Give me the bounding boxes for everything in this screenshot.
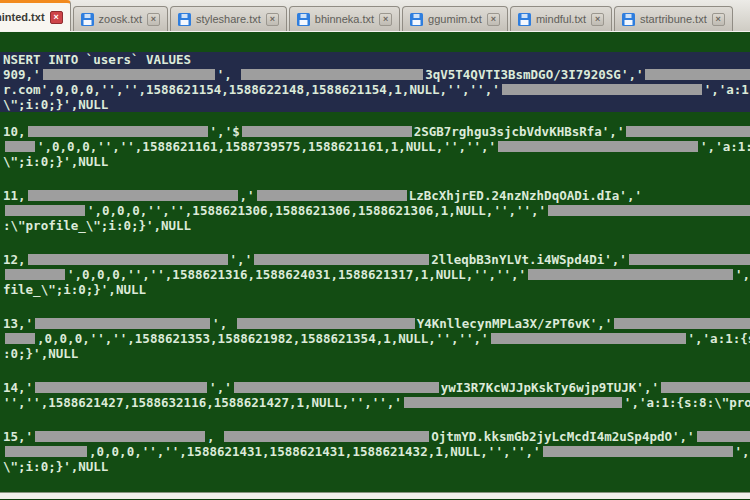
code-text: ',' bbox=[735, 267, 750, 282]
code-text: ', bbox=[212, 316, 235, 331]
sql-record: 12,','2lleqbB3nYLVt.i4WSpd4Di','',0,0,0,… bbox=[3, 252, 750, 297]
code-line: 14,'','ywI3R7KcWJJpKskTy6wjp9TUJK',' bbox=[3, 380, 750, 395]
code-text: ','a:1:{s:8: bbox=[688, 331, 750, 346]
code-text: ', bbox=[217, 67, 240, 82]
code-text: 13,' bbox=[3, 316, 33, 331]
redaction-box bbox=[661, 382, 750, 393]
code-text: ','a:1:{ bbox=[704, 82, 750, 97]
code-text: 15,' bbox=[3, 429, 33, 444]
code-line: 10,','$2SGB7rghgu3sjcbVdvKHBsRfa',' bbox=[3, 124, 750, 139]
code-line: '','',1588621427,1588632116,1588621427,1… bbox=[3, 395, 750, 410]
redaction-box bbox=[28, 254, 228, 265]
code-line: 12,','2lleqbB3nYLVt.i4WSpd4Di',' bbox=[3, 252, 750, 267]
code-text: ','a:1:{s:8:\"profile_\";i: bbox=[624, 395, 750, 410]
redaction-box bbox=[257, 190, 407, 201]
tab-label: styleshare.txt bbox=[196, 13, 261, 25]
code-line: r.com',0,0,0,'','',1588621154,1588622148… bbox=[3, 82, 750, 97]
redaction-box bbox=[645, 69, 750, 80]
code-text: 2lleqbB3nYLVt.i4WSpd4Di',' bbox=[431, 252, 627, 267]
code-line: ',0,0,0,'','',1588621161,1588739575,1588… bbox=[3, 139, 750, 154]
code-text: ,' bbox=[240, 188, 255, 203]
editor-area[interactable]: NSERT INTO `users` VALUES909,'', 3qV5T4Q… bbox=[0, 32, 750, 492]
redaction-box bbox=[502, 84, 702, 95]
redaction-box bbox=[242, 126, 412, 137]
redaction-box bbox=[528, 269, 733, 280]
tab-label: mindful.txt bbox=[536, 13, 586, 25]
redaction-box bbox=[626, 126, 750, 137]
sql-record: 15,', OjtmYD.kksmGb2jyLcMcdI4m2uSp4pdO',… bbox=[3, 429, 750, 474]
code-text: ','$ bbox=[210, 124, 240, 139]
code-line: file_\";i:0;}',NULL bbox=[3, 282, 750, 297]
tab-bar: minted.txt×zoosk.txt×styleshare.txt×bhin… bbox=[0, 0, 750, 32]
code-line: 13,'', Y4KnllecynMPLa3X/zPT6vK',' bbox=[3, 316, 750, 331]
tab-close-icon[interactable]: × bbox=[379, 13, 392, 26]
code-line: ,0,0,0,'','',1588621353,1588621982,15886… bbox=[3, 331, 750, 346]
code-text: 3qV5T4QVTI3BsmDGO/3I7920SG',' bbox=[425, 67, 643, 82]
code-text: LzBcXhjrED.24nzNzhDqOADi.dIa',' bbox=[409, 188, 642, 203]
code-text: ',0,0,0,'','',1588621316,1588624031,1588… bbox=[67, 267, 526, 282]
tab-close-icon[interactable]: × bbox=[266, 13, 279, 26]
floppy-disk-icon bbox=[81, 13, 94, 26]
tab-close-icon[interactable]: × bbox=[591, 13, 604, 26]
tab-ggumim-txt[interactable]: ggumim.txt× bbox=[402, 6, 508, 31]
tab-label: zoosk.txt bbox=[99, 13, 142, 25]
tab-bhinneka-txt[interactable]: bhinneka.txt× bbox=[289, 6, 400, 31]
tab-close-icon[interactable]: × bbox=[147, 13, 160, 26]
tab-label: ggumim.txt bbox=[428, 13, 482, 25]
redaction-box bbox=[234, 382, 439, 393]
tab-startribune-txt[interactable]: startribune.txt× bbox=[614, 6, 733, 31]
redaction-box bbox=[491, 333, 686, 344]
code-text: OjtmYD.kksmGb2jyLcMcdI4m2uSp4pdO',' bbox=[431, 429, 694, 444]
code-text: 10, bbox=[3, 124, 26, 139]
code-text: 12, bbox=[3, 252, 26, 267]
tab-close-icon[interactable]: × bbox=[50, 11, 63, 24]
floppy-disk-icon bbox=[518, 13, 531, 26]
tab-minted-txt[interactable]: minted.txt× bbox=[0, 0, 71, 31]
code-text: , bbox=[207, 429, 222, 444]
redaction-box bbox=[697, 431, 750, 442]
code-text: 2SGB7rghgu3sjcbVdvKHBsRfa',' bbox=[414, 124, 625, 139]
code-line: ',0,0,0,'','',1588621306,1588621306,1588… bbox=[3, 203, 750, 218]
code-text: ,0,0,0,'','',1588621353,1588621982,15886… bbox=[37, 331, 489, 346]
redaction-box bbox=[5, 141, 35, 152]
code-line: 15,', OjtmYD.kksmGb2jyLcMcdI4m2uSp4pdO',… bbox=[3, 429, 750, 444]
floppy-disk-icon bbox=[297, 13, 310, 26]
code-line: ,0,0,0,'','',1588621431,1588621431,15886… bbox=[3, 444, 750, 459]
code-text: ',0,0,0,'','',1588621161,1588739575,1588… bbox=[37, 139, 496, 154]
code-text: file_\";i:0;}',NULL bbox=[3, 282, 146, 297]
code-text: ',' bbox=[209, 380, 232, 395]
code-text: ',0,0,0,'','',1588621306,1588621306,1588… bbox=[87, 203, 546, 218]
tab-zoosk-txt[interactable]: zoosk.txt× bbox=[73, 6, 168, 31]
code-line: 11,,'LzBcXhjrED.24nzNzhDqOADi.dIa',' bbox=[3, 188, 750, 203]
code-text: ',' bbox=[230, 252, 253, 267]
tab-label: bhinneka.txt bbox=[315, 13, 374, 25]
sql-record: NSERT INTO `users` VALUES909,'', 3qV5T4Q… bbox=[0, 52, 750, 112]
code-text: r.com',0,0,0,'','',1588621154,1588622148… bbox=[3, 82, 500, 97]
floppy-disk-icon bbox=[410, 13, 423, 26]
redaction-box bbox=[43, 69, 215, 80]
code-text: ywI3R7KcWJJpKskTy6wjp9TUJK',' bbox=[441, 380, 659, 395]
code-line: NSERT INTO `users` VALUES bbox=[3, 52, 750, 67]
redaction-box bbox=[35, 382, 207, 393]
redaction-box bbox=[543, 446, 733, 457]
redaction-box bbox=[224, 431, 429, 442]
code-text: :\"profile_\";i:0;}',NULL bbox=[3, 218, 191, 233]
code-text: 11, bbox=[3, 188, 26, 203]
code-line: \";i:0;}',NULL bbox=[3, 459, 750, 474]
tab-mindful-txt[interactable]: mindful.txt× bbox=[510, 6, 612, 31]
tab-close-icon[interactable]: × bbox=[487, 13, 500, 26]
tab-styleshare-txt[interactable]: styleshare.txt× bbox=[170, 6, 287, 31]
redaction-box bbox=[35, 431, 205, 442]
code-line: :\"profile_\";i:0;}',NULL bbox=[3, 218, 750, 233]
code-text: \";i:0;}',NULL bbox=[3, 154, 108, 169]
code-line: \";i:0;}',NULL bbox=[3, 97, 750, 112]
code-text: \";i:0;}',NULL bbox=[3, 97, 108, 112]
tab-close-icon[interactable]: × bbox=[712, 13, 725, 26]
redaction-box bbox=[28, 126, 208, 137]
tab-label: startribune.txt bbox=[640, 13, 707, 25]
window-bottom-edge bbox=[0, 492, 750, 499]
redaction-box bbox=[5, 333, 35, 344]
redaction-box bbox=[35, 318, 210, 329]
redaction-box bbox=[5, 205, 85, 216]
floppy-disk-icon bbox=[178, 13, 191, 26]
